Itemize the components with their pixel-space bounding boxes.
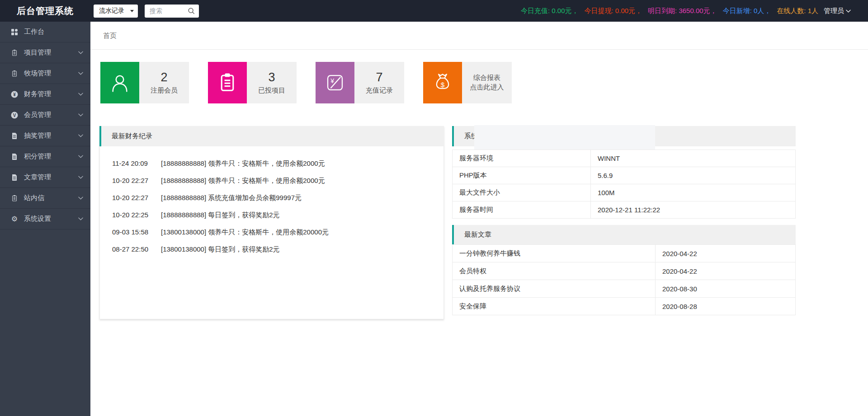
finance-record-row: 08-27 22:50 [13800138000] 每日签到，获得奖励2元 (112, 245, 443, 254)
user-icon (100, 62, 139, 103)
stat-cards: 2 注册会员 3 已投项目 ¥ 7 充值记录 $ (100, 62, 868, 103)
sidebar-item-settings[interactable]: ⚙ 系统设置 (0, 209, 90, 229)
sidebar-item-articles[interactable]: 文章管理 (0, 167, 90, 188)
record-time: 10-20 22:27 (112, 193, 161, 202)
finance-panel-title: 最新财务纪录 (112, 132, 152, 140)
table-row: 认购及托养服务协议 2020-08-30 (453, 280, 796, 298)
sidebar-item-members[interactable]: V 会员管理 (0, 105, 90, 126)
system-info-table: 服务器环境 WINNT PHP版本 5.6.9 最大文件大小 100M 服务 (452, 150, 796, 219)
clipboard-icon (208, 62, 247, 103)
v-circle-icon: V (10, 112, 19, 119)
search-icon[interactable] (188, 7, 195, 14)
stat-new-today: 今日新增: 0人， (723, 7, 771, 15)
record-type-select[interactable]: 流水记录 (94, 5, 138, 18)
card-registered-members[interactable]: 2 注册会员 (100, 62, 189, 103)
overlay-artifact (474, 125, 655, 150)
record-time: 11-24 20:09 (112, 159, 161, 168)
info-value: 5.6.9 (591, 167, 796, 184)
finance-record-row: 10-20 22:27 [18888888888] 领养牛只：安格斯牛，使用余额… (112, 176, 443, 185)
info-label: 服务器时间 (453, 201, 591, 219)
sidebar-item-projects[interactable]: 项目管理 (0, 42, 90, 63)
record-time: 08-27 22:50 (112, 245, 161, 254)
card-label: 注册会员 (151, 86, 178, 95)
info-label: PHP版本 (453, 167, 591, 184)
record-text: [13800138000] 每日签到，获得奖励2元 (161, 245, 280, 254)
admin-menu[interactable]: 管理员 (824, 7, 851, 15)
chevron-down-icon (78, 51, 83, 54)
breadcrumb: 首页 (90, 22, 868, 50)
record-text: [18888888888] 领养牛只：安格斯牛，使用余额2000元 (161, 176, 325, 185)
sidebar-item-lottery[interactable]: 抽奖管理 (0, 126, 90, 146)
document-icon (10, 132, 19, 140)
info-value: 100M (591, 184, 796, 201)
card-value: 3 (268, 70, 275, 84)
breadcrumb-home[interactable]: 首页 (103, 32, 117, 39)
card-value: 7 (376, 70, 382, 84)
sidebar-item-points[interactable]: 积分管理 (0, 146, 90, 167)
yen-circle-icon: ¥ (10, 91, 19, 98)
latest-articles-panel: 最新文章 一分钟教何养牛赚钱 2020-04-22 会员特权 2020-04-2… (452, 225, 796, 315)
table-row: 安全保障 2020-08-28 (453, 298, 796, 315)
sidebar-item-label: 站内信 (24, 194, 44, 202)
table-row: PHP版本 5.6.9 (453, 167, 796, 184)
card-label: 充值记录 (366, 86, 393, 95)
admin-menu-label: 管理员 (824, 7, 844, 15)
article-title[interactable]: 会员特权 (453, 262, 656, 280)
card-label: 点击此进入 (470, 83, 504, 92)
info-label: 服务器环境 (453, 150, 591, 167)
finance-records-panel: 最新财务纪录 11-24 20:09 [18888888888] 领养牛只：安格… (99, 126, 444, 319)
card-comprehensive-report[interactable]: $ 综合报表 点击此进入 (423, 62, 512, 103)
card-value: 2 (160, 70, 167, 84)
card-recharge-records[interactable]: ¥ 7 充值记录 (316, 62, 404, 103)
chevron-down-icon (78, 93, 83, 96)
sidebar-item-label: 文章管理 (24, 173, 51, 182)
sidebar-item-workbench[interactable]: 工作台 (0, 22, 90, 42)
table-row: 会员特权 2020-04-22 (453, 262, 796, 280)
stat-today-recharge: 今日充值: 0.00元， (521, 7, 579, 15)
table-row: 一分钟教何养牛赚钱 2020-04-22 (453, 245, 796, 262)
money-bag-icon: $ (423, 62, 462, 103)
sidebar-item-label: 积分管理 (24, 152, 51, 161)
chevron-down-icon (78, 113, 83, 117)
table-row: 服务器环境 WINNT (453, 150, 796, 167)
gear-icon: ⚙ (10, 215, 19, 223)
articles-panel-header: 最新文章 (452, 225, 796, 244)
record-time: 10-20 22:27 (112, 176, 161, 185)
stat-today-withdraw: 今日提现: 0.00元， (585, 7, 642, 15)
info-label: 最大文件大小 (453, 184, 591, 201)
chevron-down-icon (78, 176, 83, 179)
finance-record-row: 11-24 20:09 [18888888888] 领养牛只：安格斯牛，使用余额… (112, 159, 443, 168)
document-icon (10, 174, 19, 181)
record-text: [18888888888] 领养牛只：安格斯牛，使用余额2000元 (161, 159, 325, 168)
dashboard-icon (10, 28, 19, 36)
table-row: 最大文件大小 100M (453, 184, 796, 201)
clipboard-icon (10, 195, 19, 202)
articles-table: 一分钟教何养牛赚钱 2020-04-22 会员特权 2020-04-22 认购及… (452, 244, 796, 315)
chevron-down-icon (78, 217, 83, 220)
app-title: 后台管理系统 (17, 5, 74, 17)
main-content: 首页 2 注册会员 3 已投项目 ¥ 7 (90, 22, 868, 416)
article-date: 2020-08-28 (656, 298, 796, 315)
article-title[interactable]: 认购及托养服务协议 (453, 280, 656, 298)
caret-down-icon (130, 10, 134, 12)
stat-due-tomorrow: 明日到期: 3650.00元， (648, 7, 717, 15)
finance-panel-header: 最新财务纪录 (99, 126, 444, 146)
sidebar-item-label: 会员管理 (24, 111, 51, 119)
card-invested-projects[interactable]: 3 已投项目 (208, 62, 297, 103)
system-panel-header: 系统信息 (452, 126, 796, 146)
article-title[interactable]: 安全保障 (453, 298, 656, 315)
sidebar-item-finance[interactable]: ¥ 财务管理 (0, 84, 90, 105)
svg-text:¥: ¥ (13, 92, 16, 97)
svg-text:V: V (13, 112, 16, 117)
chevron-down-icon (78, 134, 83, 137)
sidebar-item-messages[interactable]: 站内信 (0, 188, 90, 209)
record-text: [18888888888] 系统充值增加会员余额99997元 (161, 193, 302, 202)
article-title[interactable]: 一分钟教何养牛赚钱 (453, 245, 656, 262)
sidebar-item-pasture[interactable]: 牧场管理 (0, 63, 90, 84)
search-input[interactable] (150, 7, 185, 14)
finance-record-row: 10-20 22:27 [18888888888] 系统充值增加会员余额9999… (112, 193, 443, 202)
chevron-down-icon (78, 155, 83, 158)
sidebar-item-label: 抽奖管理 (24, 131, 51, 140)
record-time: 10-20 22:25 (112, 210, 161, 220)
card-label: 综合报表 (473, 74, 500, 81)
